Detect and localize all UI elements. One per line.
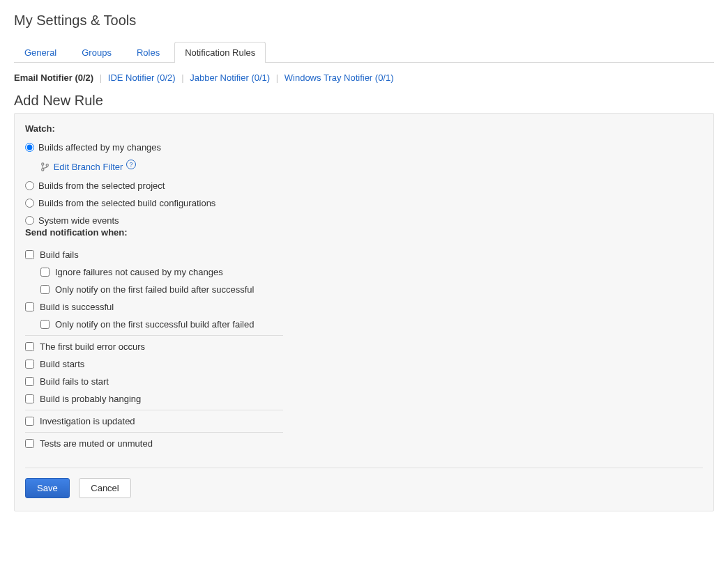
check-first-success-label: Only notify on the first successful buil…	[55, 319, 254, 330]
check-first-error[interactable]	[25, 342, 34, 351]
check-hanging[interactable]	[25, 394, 34, 403]
check-first-error-label: The first build error occurs	[40, 341, 145, 352]
check-first-failed[interactable]	[40, 285, 50, 294]
check-fails-to-start[interactable]	[25, 377, 34, 386]
notifier-sub-tabs: Email Notifier (0/2) | IDE Notifier (0/2…	[14, 72, 714, 83]
check-first-failed-label: Only notify on the first failed build af…	[55, 284, 254, 295]
check-hanging-label: Build is probably hanging	[40, 394, 141, 404]
check-tests-muted[interactable]	[25, 439, 34, 448]
radio-system-wide-label: System wide events	[38, 215, 119, 226]
edit-branch-filter-link[interactable]: Edit Branch Filter	[54, 162, 123, 172]
branch-icon	[40, 162, 50, 171]
section-title: Add New Rule	[14, 93, 714, 109]
radio-system-wide[interactable]	[25, 216, 34, 225]
check-build-starts[interactable]	[25, 360, 34, 369]
radio-builds-my-changes[interactable]	[25, 143, 34, 152]
check-ignore-failures[interactable]	[40, 268, 50, 277]
radio-builds-project[interactable]	[25, 181, 34, 190]
check-build-success[interactable]	[25, 302, 34, 311]
check-build-fails[interactable]	[25, 250, 34, 259]
svg-point-1	[42, 169, 44, 171]
radio-builds-my-changes-label: Builds affected by my changes	[38, 142, 161, 153]
notifier-email[interactable]: Email Notifier (0/2)	[14, 72, 93, 83]
tab-notification-rules[interactable]: Notification Rules	[174, 42, 266, 63]
svg-point-2	[46, 164, 48, 167]
radio-builds-configs[interactable]	[25, 199, 34, 208]
rule-form: Watch: Builds affected by my changes Edi…	[14, 113, 714, 511]
svg-point-0	[42, 163, 44, 165]
page-title: My Settings & Tools	[14, 13, 714, 29]
tab-roles[interactable]: Roles	[126, 42, 170, 63]
notifier-jabber[interactable]: Jabber Notifier (0/1)	[190, 72, 270, 83]
check-investigation[interactable]	[25, 417, 34, 426]
cancel-button[interactable]: Cancel	[79, 478, 130, 498]
radio-builds-configs-label: Builds from the selected build configura…	[38, 198, 215, 208]
check-investigation-label: Investigation is updated	[40, 416, 135, 426]
send-label: Send notification when:	[25, 227, 703, 238]
check-first-success[interactable]	[40, 320, 50, 329]
notifier-ide[interactable]: IDE Notifier (0/2)	[108, 72, 176, 83]
check-build-success-label: Build is successful	[40, 302, 114, 312]
radio-builds-project-label: Builds from the selected project	[38, 180, 165, 191]
main-tabs: General Groups Roles Notification Rules	[14, 41, 714, 63]
help-icon[interactable]: ?	[126, 160, 136, 169]
tab-groups[interactable]: Groups	[71, 42, 122, 63]
check-build-starts-label: Build starts	[40, 359, 84, 369]
check-build-fails-label: Build fails	[40, 249, 79, 260]
notifier-tray[interactable]: Windows Tray Notifier (0/1)	[285, 72, 394, 83]
save-button[interactable]: Save	[25, 478, 70, 498]
check-tests-muted-label: Tests are muted or unmuted	[40, 438, 153, 449]
check-ignore-failures-label: Ignore failures not caused by my changes	[55, 267, 223, 277]
watch-label: Watch:	[25, 123, 703, 134]
tab-general[interactable]: General	[14, 42, 67, 63]
check-fails-to-start-label: Build fails to start	[40, 376, 109, 387]
